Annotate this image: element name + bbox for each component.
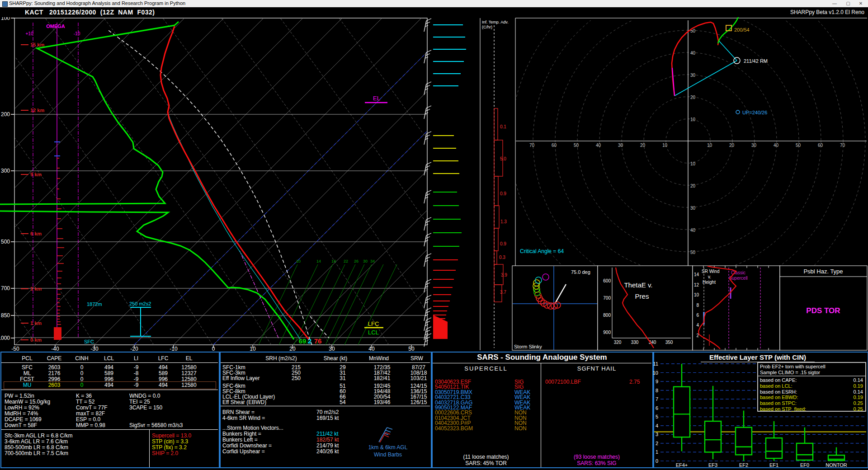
sars-hail-result: SARS: 63% SIG — [577, 460, 616, 466]
parcel-cinh: 0 — [80, 370, 84, 376]
pcl-header: PCL — [22, 355, 32, 362]
index-ship: SHIP = 2.0 — [152, 450, 178, 456]
brn-shear-value: 70 m2/s2 — [316, 409, 339, 415]
table-divider — [433, 363, 651, 363]
parcel-cape: 2603 — [48, 364, 61, 371]
lapse-sfc3km: Sfc-3km AGL LR = 6.8 C/km — [5, 432, 73, 439]
sars-supercell-loose: (11 loose matches) — [463, 454, 509, 460]
corfidi-up-value: 240/26 kt — [316, 448, 339, 455]
parcel-li: -8 — [134, 370, 139, 376]
thermo-mmp: MMP = 0.98 — [76, 422, 105, 428]
close-button[interactable]: ✕ — [854, 0, 867, 7]
parcel-name[interactable]: SFC — [22, 364, 33, 371]
cinh-header: CINH — [75, 355, 88, 362]
thermo-esp: ESP = 0.0 — [76, 416, 100, 423]
shear-header: Shear (kt) — [324, 355, 348, 362]
kin-row-name: Eff Shear (EBWD) — [222, 399, 266, 405]
sars-title: SARS - Sounding Analogue System — [477, 353, 607, 362]
sars-match-cat: NON — [514, 425, 527, 432]
table-divider — [1, 390, 218, 390]
kin-srh: 250 — [292, 375, 301, 381]
app-header: KACT 20151226/2000 (12Z NAM F032) SHARPp… — [0, 7, 868, 17]
corfidi-down-label: Corfidi Downshear = — [222, 442, 272, 449]
bunkers-left-label: Bunkers Left = — [222, 437, 258, 443]
storm-motion-header: ...Storm Motion Vectors... — [222, 425, 283, 431]
wind-barb-glyph — [373, 424, 394, 444]
kin-srw: 103/21 — [410, 375, 427, 381]
brn-shear-label: BRN Shear = — [222, 409, 255, 415]
srwind-46-label: 4-6km SR Wind = — [222, 415, 265, 421]
sars-hail-loose: (93 loose matches) — [574, 454, 620, 460]
thermo-tei: TEI = 25 — [129, 399, 150, 405]
corfidi-down-value: 214/79 kt — [316, 442, 339, 449]
thermo-maxt: maxT = 82F — [76, 410, 105, 417]
srh-header: SRH (m2/s2) — [265, 355, 297, 362]
parcel-lcl: 494 — [104, 364, 113, 371]
barb-caption-1: 1km & 6km AGL — [368, 444, 408, 451]
thermo-3cape: 3CAPE = 150 — [129, 404, 162, 411]
index-stp-cin: STP (cin) = 3.3 — [152, 438, 188, 445]
corfidi-up-label: Corfidi Upshear = — [222, 448, 265, 455]
thermo-dcape: DCAPE = 1069 — [5, 416, 42, 423]
thermo-sigsvr: SigSvr = 56580 m3/s3 — [129, 422, 183, 428]
parcel-name[interactable]: ML — [24, 370, 31, 376]
window-titlebar: SHARPpy: Sounding and Hodograph Analysis… — [0, 0, 868, 7]
bunkers-left-value: 182/57 kt — [316, 437, 339, 443]
lcl-header: LCL — [104, 355, 114, 362]
sars-supercell-header: SUPERCELL — [464, 365, 507, 372]
table-divider — [541, 363, 541, 467]
parcel-lcl: 589 — [104, 370, 113, 376]
parcel-lcl: 494 — [104, 382, 113, 388]
lfc-header: LFC — [158, 355, 169, 362]
parcel-name[interactable]: MU — [23, 382, 32, 388]
table-divider — [221, 406, 430, 406]
parcel-li: -9 — [134, 382, 139, 388]
thermo-tt: TT = 52 — [76, 399, 94, 405]
table-divider — [149, 429, 150, 467]
thermo-meanw: MeanW = 15.0g/kg — [5, 399, 50, 405]
parcel-cinh: 0 — [80, 364, 84, 371]
thermo-lowrh: LowRH = 92% — [5, 404, 39, 411]
parcel-lfc: 494 — [159, 382, 168, 388]
sars-hail-header: SGFNT HAIL — [577, 365, 616, 372]
sars-hail-match[interactable]: 00072100.LBF — [545, 379, 581, 385]
parcel-li: -9 — [134, 364, 139, 371]
kin-mnwind: 193/46 — [374, 399, 391, 405]
kin-srw: 126/15 — [410, 399, 427, 405]
table-divider — [1, 362, 218, 363]
minimize-button[interactable]: — — [828, 0, 841, 7]
window-title: SHARPpy: Sounding and Hodograph Analysis… — [9, 0, 185, 6]
thermo-downt: DownT = 58F — [5, 422, 37, 428]
parcel-cinh: 0 — [80, 382, 84, 388]
sounding-title: KACT 20151226/2000 (12Z NAM F032) — [25, 9, 155, 16]
index-supercell: Supercell = 13.0 — [152, 432, 191, 439]
el-header: EL — [186, 355, 193, 362]
lapse-700-500: 700-500mb LR = 7.5 C/km — [5, 450, 68, 456]
lapse-850-500: 850-500mb LR = 6.8 C/km — [5, 444, 68, 451]
parcel-el: 12580 — [181, 382, 196, 388]
thermo-pw: PW = 1.52in — [5, 393, 34, 399]
bunkers-right-value: 211/42 kt — [316, 431, 338, 437]
sars-match[interactable]: 04052323.BGM — [435, 425, 473, 432]
app-icon — [2, 1, 8, 7]
lapse-36km: 3-6km AGL LR = 7.6 C/km — [5, 438, 68, 445]
maximize-button[interactable]: ▢ — [842, 0, 854, 7]
parcel-el: 12327 — [181, 370, 196, 376]
cape-header: CAPE — [47, 355, 62, 362]
kin-mnwind: 182/41 — [374, 375, 391, 381]
thermo-k: K = 36 — [76, 393, 92, 399]
version-label: SHARPpy Beta v1.2.0 El Reno — [790, 9, 864, 15]
kin-shear: 54 — [340, 399, 345, 405]
table-divider — [1, 429, 218, 430]
table-divider — [221, 362, 430, 363]
kin-row-name: Eff Inflow Layer — [222, 375, 260, 381]
thermo-midrh: MidRH = 74% — [5, 410, 38, 417]
srw-header: SRW — [410, 355, 423, 362]
thermo-wndg: WNDG = 0.0 — [129, 393, 160, 399]
index-stp-fix: STP (fix) = 3.2 — [152, 444, 187, 451]
parcel-lfc: 589 — [159, 370, 168, 376]
barb-caption-2: Wind Barbs — [374, 451, 402, 458]
li-header: LI — [134, 355, 138, 362]
sars-supercell-result: SARS: 45% TOR — [465, 460, 507, 466]
bunkers-right-label: Bunkers Right = — [222, 431, 261, 437]
